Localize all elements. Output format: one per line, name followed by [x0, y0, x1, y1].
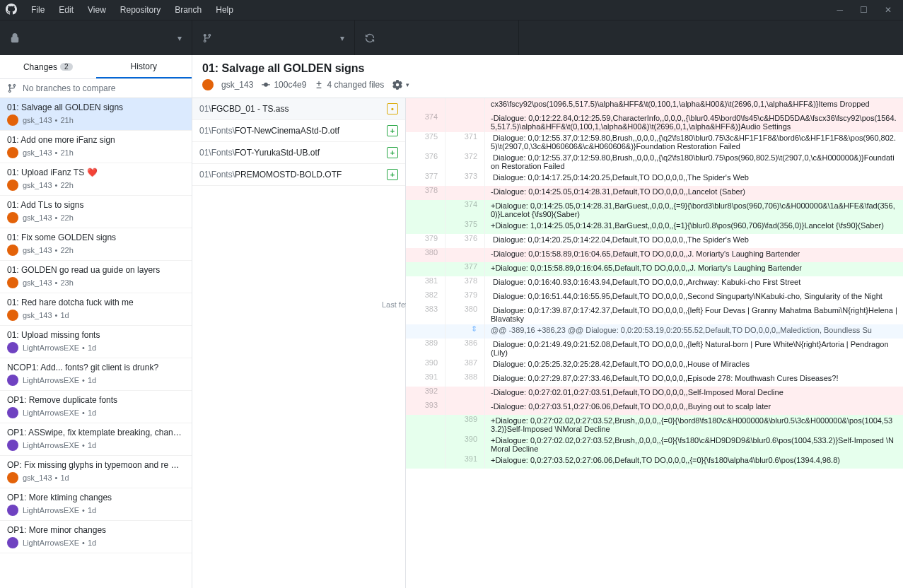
- line-number-new: 386: [445, 339, 485, 358]
- avatar-icon: [7, 440, 18, 451]
- commit-item[interactable]: OP1: More minor changes LightArrowsEXE •…: [0, 521, 192, 553]
- diff-code: -Dialogue: 0,0:12:22.84,0:12:25.59,Chara…: [485, 112, 903, 132]
- fetch-button[interactable]: Fetch origin Last fetched 3 minutes ago: [355, 20, 519, 55]
- commit-item[interactable]: OP1: More ktiming changes LightArrowsEXE…: [0, 488, 192, 521]
- diff-code: Dialogue: 0,0:16:40.93,0:16:43.94,Defaul…: [485, 276, 903, 290]
- commit-item-time: 1d: [88, 343, 96, 352]
- diff-code: +Dialogue: 0,0:14:25.05,0:14:28.31,BarGu…: [485, 200, 903, 220]
- avatar-icon: [7, 310, 18, 321]
- git-branch-icon: [202, 33, 212, 43]
- line-number-old: 379: [406, 234, 445, 248]
- commit-item[interactable]: OP1: ASSwipe, fix ktemplate breaking, ch…: [0, 423, 192, 456]
- line-number-old: 380: [406, 248, 445, 262]
- menu-branch[interactable]: Branch: [168, 5, 209, 15]
- line-number-new: 390: [445, 435, 485, 454]
- line-number-old: 383: [406, 305, 445, 324]
- avatar-icon: [7, 537, 18, 548]
- diff-code: Dialogue: 0,0:17:39.87,0:17:42.37,Defaul…: [485, 305, 903, 324]
- commit-item-author: LightArrowsEXE: [23, 376, 79, 384]
- commit-item-author: LightArrowsEXE: [23, 343, 79, 352]
- commit-item-author: LightArrowsEXE: [23, 408, 79, 417]
- diff-code: Dialogue: 0,0:16:51.44,0:16:55.95,Defaul…: [485, 290, 903, 305]
- commit-item-title: NCOP1: Add... fonts? git client is drunk…: [7, 363, 185, 372]
- line-number-new: 376: [445, 234, 485, 248]
- diff-line: 375 +Dialogue: 1,0:14:25.05,0:14:28.31,B…: [406, 220, 903, 234]
- line-number-new: 378: [445, 276, 485, 290]
- diff-line: 374 -Dialogue: 0,0:12:22.84,0:12:25.59,C…: [406, 112, 903, 132]
- avatar-icon: [202, 79, 214, 90]
- sync-icon: [365, 33, 375, 43]
- line-number-old: 391: [406, 372, 445, 387]
- commit-item[interactable]: OP1: Remove duplicate fonts LightArrowsE…: [0, 391, 192, 423]
- diff-code: Dialogue: 0,0:14:20.25,0:14:22.04,Defaul…: [485, 234, 903, 248]
- github-logo-icon: [6, 4, 17, 17]
- diff-line: 377 373 Dialogue: 0,0:14:17.25,0:14:20.2…: [406, 172, 903, 186]
- window-close-icon[interactable]: ✕: [885, 5, 892, 15]
- diff-view[interactable]: cx36\fscy92\pos(1096.5,517.5)\alpha&HFF&…: [406, 98, 903, 588]
- line-number-old: 377: [406, 172, 445, 186]
- commit-item-time: 1d: [88, 441, 96, 449]
- avatar-icon: [7, 407, 18, 418]
- avatar-icon: [7, 342, 18, 353]
- diff-code: Dialogue: 0,0:12:55.37,0:12:59.80,Brush,…: [485, 132, 903, 152]
- commit-item-title: OP1: ASSwipe, fix ktemplate breaking, ch…: [7, 428, 185, 437]
- line-number-old: 381: [406, 276, 445, 290]
- diff-line: 392 -Dialogue: 0,0:27:02.01,0:27:03.51,D…: [406, 387, 903, 401]
- commit-item-author: gsk_143: [23, 474, 52, 482]
- avatar-icon: [7, 180, 18, 191]
- commit-item-time: 1d: [88, 376, 96, 384]
- commit-item[interactable]: OP: Fix missing glyphs in typemoon and r…: [0, 456, 192, 488]
- diff-line: 377 +Dialogue: 0,0:15:58.89,0:16:04.65,D…: [406, 262, 903, 276]
- line-number-new: 389: [445, 415, 485, 435]
- line-number-new: ⇕: [445, 324, 485, 339]
- commit-item-time: 1d: [60, 474, 69, 482]
- line-number-new: 380: [445, 305, 485, 324]
- diff-code: @@ -389,16 +386,23 @@ Dialogue: 0,0:20:5…: [485, 324, 903, 339]
- line-number-new: 375: [445, 220, 485, 234]
- commit-item-author: LightArrowsEXE: [23, 506, 79, 514]
- window-minimize-icon[interactable]: ─: [837, 5, 843, 15]
- line-number-old: [406, 415, 445, 435]
- line-number-new: 379: [445, 290, 485, 305]
- diff-line: 389 386 Dialogue: 0,0:21:49.49,0:21:52.0…: [406, 339, 903, 358]
- chevron-down-icon: ▾: [163, 33, 182, 43]
- avatar-icon: [7, 505, 18, 516]
- line-number-new: 374: [445, 200, 485, 220]
- branch-dropdown[interactable]: Current branch main ▾: [192, 20, 355, 55]
- line-number-new: [445, 401, 485, 415]
- commit-item-title: OP1: Remove duplicate fonts: [7, 395, 185, 405]
- line-number-new: [445, 186, 485, 200]
- diff-code: Dialogue: 0,0:25:25.32,0:25:28.42,Defaul…: [485, 358, 903, 372]
- commit-item-time: 1d: [88, 408, 96, 417]
- line-number-new: 387: [445, 358, 485, 372]
- diff-code: +Dialogue: 0,0:27:03.52,0:27:06.06,Defau…: [485, 454, 903, 469]
- commit-item[interactable]: NCOP1: Add... fonts? git client is drunk…: [0, 358, 192, 391]
- diff-line: 379 376 Dialogue: 0,0:14:20.25,0:14:22.0…: [406, 234, 903, 248]
- line-number-old: [406, 220, 445, 234]
- diff-code: +Dialogue: 1,0:14:25.05,0:14:28.31,BarGu…: [485, 220, 903, 234]
- avatar-icon: [7, 472, 18, 483]
- commit-item-title: OP1: More minor changes: [7, 525, 185, 535]
- branch-name: main: [219, 0, 326, 309]
- line-number-new: [445, 112, 485, 132]
- window-maximize-icon[interactable]: ☐: [860, 5, 868, 15]
- line-number-old: 389: [406, 339, 445, 358]
- lock-icon: [10, 33, 20, 43]
- line-number-old: 390: [406, 358, 445, 372]
- commit-item-author: gsk_143: [23, 311, 52, 319]
- avatar-icon: [7, 212, 18, 223]
- commit-item-author: LightArrowsEXE: [23, 441, 79, 449]
- repo-dropdown[interactable]: Current repository Fate-Grand-Carnival ▾: [0, 20, 192, 55]
- expand-icon[interactable]: ⇕: [471, 324, 477, 333]
- line-number-new: 373: [445, 172, 485, 186]
- diff-line: 375 371 Dialogue: 0,0:12:55.37,0:12:59.8…: [406, 132, 903, 152]
- diff-line: ⇕ @@ -389,16 +386,23 @@ Dialogue: 0,0:20…: [406, 324, 903, 339]
- line-number-old: [406, 200, 445, 220]
- line-number-old: 374: [406, 112, 445, 132]
- diff-line: 390 +Dialogue: 0,0:27:02.02,0:27:03.52,B…: [406, 435, 903, 454]
- line-number-old: 378: [406, 186, 445, 200]
- line-number-new: 391: [445, 454, 485, 469]
- commit-item-time: 1d: [88, 506, 96, 514]
- commit-item[interactable]: 01: Upload missing fonts LightArrowsEXE …: [0, 326, 192, 358]
- diff-code: -Dialogue: 0,0:27:03.51,0:27:06.06,Defau…: [485, 401, 903, 415]
